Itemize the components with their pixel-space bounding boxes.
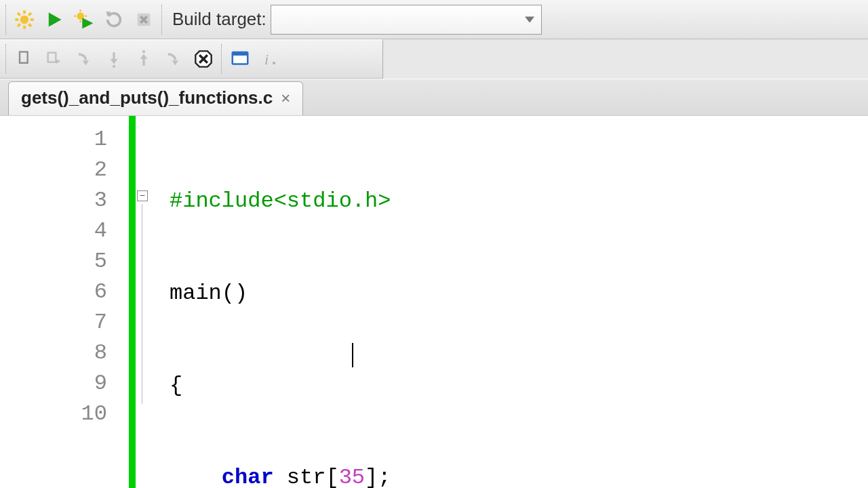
step-into-icon[interactable] (99, 44, 129, 74)
svg-rect-33 (233, 52, 248, 56)
code-token: main (170, 281, 222, 306)
svg-point-0 (20, 15, 29, 24)
code-area[interactable]: #include<stdio.h> main() { char str[35];… (136, 116, 868, 488)
code-token: 35 (339, 465, 365, 489)
svg-line-6 (28, 24, 31, 26)
svg-marker-24 (111, 59, 118, 64)
code-token: <stdio.h> (274, 188, 391, 214)
svg-marker-23 (83, 60, 89, 65)
build-target-label: Build target: (172, 9, 267, 30)
run-icon[interactable] (39, 5, 69, 35)
line-number: 6 (0, 277, 107, 307)
line-number: 9 (0, 368, 107, 399)
code-token: [ (326, 465, 338, 489)
code-token: { (170, 373, 182, 398)
build-icon[interactable] (9, 5, 39, 35)
text-cursor (352, 343, 353, 367)
debug-window-icon[interactable] (225, 44, 255, 74)
toolbar-debug: i (0, 39, 383, 79)
rebuild-icon[interactable] (99, 5, 129, 35)
svg-text:i: i (264, 51, 269, 68)
svg-line-8 (28, 13, 31, 16)
line-number: 1 (0, 124, 107, 155)
code-token: char (222, 465, 274, 489)
build-target-combo[interactable] (271, 5, 542, 35)
code-token: ; (378, 465, 391, 489)
toolbar-grip (5, 5, 7, 35)
toolbar-sep (161, 5, 163, 35)
line-number: 5 (0, 246, 107, 277)
next-line-icon[interactable] (69, 44, 99, 74)
svg-marker-9 (49, 12, 62, 26)
toolbar-sep (221, 44, 222, 74)
step-out-icon[interactable] (129, 44, 159, 74)
build-and-run-icon[interactable] (69, 5, 99, 35)
info-icon[interactable]: i (255, 44, 285, 74)
run-to-cursor-icon[interactable] (39, 44, 69, 74)
code-editor[interactable]: 1 2 3 4 5 6 7 8 9 10 − #include<stdio.h>… (0, 115, 868, 488)
next-instr-icon[interactable] (159, 44, 189, 74)
toolbar-build: Build target: (0, 0, 868, 39)
line-number: 8 (0, 338, 107, 368)
line-number: 7 (0, 307, 107, 338)
code-token: ] (365, 465, 378, 489)
toolbar-grip (5, 44, 7, 74)
line-number-gutter: 1 2 3 4 5 6 7 8 9 10 − (0, 116, 136, 488)
line-number: 2 (0, 155, 107, 185)
svg-rect-20 (20, 52, 28, 63)
svg-point-27 (142, 50, 145, 53)
line-number: 10 (0, 399, 107, 429)
svg-marker-26 (140, 54, 148, 59)
chevron-down-icon (525, 16, 534, 22)
svg-marker-28 (172, 60, 178, 65)
debug-start-icon[interactable] (9, 44, 39, 74)
svg-rect-22 (48, 53, 56, 62)
code-token: str (274, 465, 326, 489)
stop-debug-icon[interactable] (189, 44, 218, 74)
code-token: ( (222, 281, 235, 306)
svg-point-35 (273, 62, 275, 64)
code-token: ) (235, 281, 248, 306)
svg-marker-15 (82, 18, 93, 28)
line-number: 4 (0, 216, 107, 246)
code-token: #include (170, 188, 274, 214)
line-number: 3 (0, 185, 107, 216)
svg-point-25 (113, 65, 115, 68)
abort-icon[interactable] (129, 5, 159, 35)
tab-filename: gets()_and_puts()_functions.c (21, 87, 273, 108)
svg-line-5 (18, 13, 20, 16)
svg-line-7 (18, 24, 20, 26)
close-icon[interactable]: × (281, 90, 290, 106)
tab-file[interactable]: gets()_and_puts()_functions.c × (8, 81, 303, 115)
tab-strip: gets()_and_puts()_functions.c × (0, 79, 868, 115)
